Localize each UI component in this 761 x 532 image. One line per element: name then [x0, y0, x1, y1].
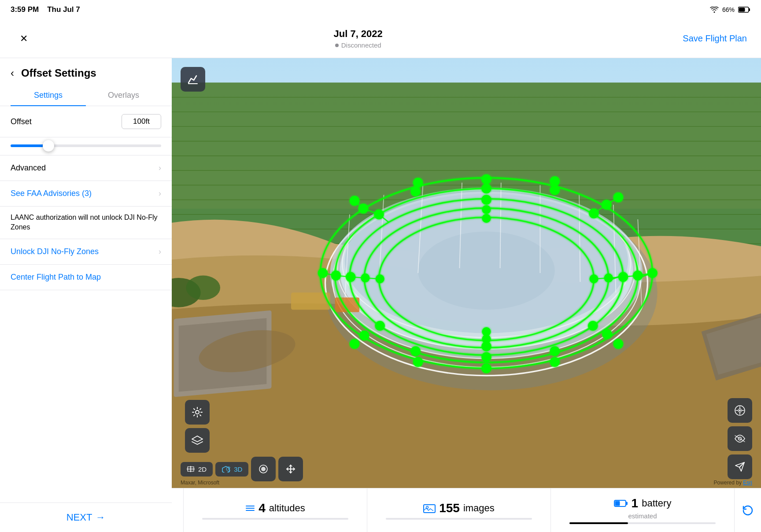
next-button[interactable]: NEXT → [66, 512, 106, 523]
battery-stat-icon [614, 499, 628, 507]
stat-battery-top: 1 battery [614, 496, 672, 510]
back-button[interactable]: ‹ [11, 67, 14, 79]
send-icon [735, 462, 745, 472]
3d-icon [222, 466, 230, 473]
stat-battery-value: 1 [632, 496, 639, 510]
offset-row: Offset 100ft [0, 106, 172, 137]
svg-rect-1 [749, 8, 750, 11]
svg-rect-2 [739, 8, 745, 12]
sidebar-header: ‹ Offset Settings [0, 58, 172, 86]
sidebar-tabs: Settings Overlays [0, 86, 172, 106]
record-button[interactable] [251, 457, 276, 481]
compass-icon [734, 405, 746, 416]
map-right-toolbar [728, 398, 752, 479]
header-title-area: Jul 7, 2022 Disconnected [334, 28, 383, 49]
navigate-button[interactable] [728, 454, 752, 479]
wifi-icon [710, 7, 719, 13]
warning-label: LAANC authorization will not unlock DJI … [11, 214, 157, 231]
map-view-controls: 2D 3D [181, 457, 303, 481]
tab-overlays[interactable]: Overlays [86, 86, 161, 106]
date-display: Thu Jul 7 [47, 5, 80, 14]
center-flight-path-button[interactable]: Center Flight Path to Map [0, 265, 172, 290]
status-time: 3:59 PM Thu Jul 7 [11, 5, 80, 14]
stat-images-value: 155 [439, 501, 460, 515]
svg-point-116 [739, 410, 741, 411]
stat-altitudes-top: 4 altitudes [245, 501, 305, 515]
stat-battery-unit: battery [642, 498, 671, 509]
svg-rect-127 [626, 502, 628, 505]
compass-button[interactable] [728, 398, 752, 423]
images-icon [423, 503, 436, 513]
stat-images-unit: images [463, 502, 495, 514]
offset-value-input[interactable]: 100ft [122, 114, 161, 129]
header-date: Jul 7, 2022 [334, 28, 383, 40]
svg-point-80 [375, 321, 385, 331]
status-text: Disconnected [341, 41, 381, 49]
stat-battery-label: estimated [628, 512, 657, 520]
chart-view-button[interactable] [181, 67, 205, 92]
esri-link[interactable]: Esri [743, 480, 752, 486]
status-icons: 66% [710, 6, 750, 13]
advanced-menu-item[interactable]: Advanced › [0, 155, 172, 181]
sidebar: ‹ Offset Settings Settings Overlays Offs… [0, 58, 172, 532]
stat-altitudes-unit: altitudes [269, 502, 305, 514]
svg-point-77 [481, 195, 491, 205]
svg-point-73 [550, 346, 560, 356]
svg-point-66 [481, 184, 491, 193]
powered-by-text: Powered by [714, 480, 742, 486]
stat-altitudes: 4 altitudes [184, 488, 367, 532]
2d-label: 2D [198, 466, 207, 473]
svg-point-58 [350, 339, 359, 349]
svg-point-46 [364, 208, 609, 347]
map-area[interactable]: 2D 3D [172, 58, 761, 488]
stat-altitudes-value: 4 [259, 501, 266, 515]
connection-status: Disconnected [335, 41, 381, 49]
stat-battery-progress-fill [569, 522, 628, 524]
attribution-text: Maxar, Microsoft [181, 480, 219, 486]
slider-thumb[interactable] [43, 140, 54, 151]
svg-point-82 [588, 321, 598, 331]
svg-point-67 [411, 187, 421, 196]
svg-point-60 [481, 363, 491, 373]
unlock-dji-menu-item[interactable]: Unlock DJI No-Fly Zones › [0, 239, 172, 265]
svg-rect-128 [615, 501, 620, 506]
3d-label: 3D [234, 466, 242, 473]
svg-point-110 [228, 468, 229, 470]
view-3d-button[interactable]: 3D [215, 462, 248, 477]
move-button[interactable] [278, 457, 303, 481]
slider-row[interactable] [0, 137, 172, 155]
svg-point-47 [379, 218, 594, 340]
svg-point-57 [318, 268, 328, 278]
save-flight-plan-button[interactable]: Save Flight Plan [683, 33, 747, 44]
faa-advisories-menu-item[interactable]: See FAA Advisories (3) › [0, 181, 172, 207]
eye-icon [734, 435, 746, 443]
reset-icon [741, 504, 754, 517]
stat-images-progress [386, 518, 532, 520]
chart-icon [187, 73, 199, 85]
svg-point-84 [482, 205, 491, 214]
svg-point-71 [411, 346, 421, 356]
svg-point-53 [550, 176, 560, 186]
stat-battery: 1 battery estimated [551, 488, 735, 532]
sidebar-content: Offset 100ft Advanced › See FAA Advisori… [0, 106, 172, 502]
map-background: 2D 3D [172, 58, 761, 488]
stat-images: 155 images [367, 488, 551, 532]
reset-button[interactable] [735, 488, 761, 532]
header: ✕ Jul 7, 2022 Disconnected Save Flight P… [0, 19, 761, 58]
status-bar: 3:59 PM Thu Jul 7 66% [0, 0, 761, 19]
map-left-toolbar [185, 400, 210, 453]
eye-button[interactable] [728, 426, 752, 451]
svg-point-88 [482, 214, 491, 223]
advanced-label: Advanced [11, 163, 46, 173]
view-2d-button[interactable]: 2D [181, 462, 213, 477]
settings-button[interactable] [185, 400, 210, 425]
layers-button[interactable] [185, 428, 210, 453]
svg-point-62 [613, 339, 623, 349]
svg-point-70 [359, 331, 369, 340]
tab-settings[interactable]: Settings [11, 86, 86, 106]
close-button[interactable]: ✕ [14, 29, 33, 48]
advanced-chevron-icon: › [159, 163, 161, 173]
slider-track[interactable] [11, 144, 161, 147]
svg-point-61 [550, 357, 560, 367]
stat-battery-progress [569, 522, 716, 524]
